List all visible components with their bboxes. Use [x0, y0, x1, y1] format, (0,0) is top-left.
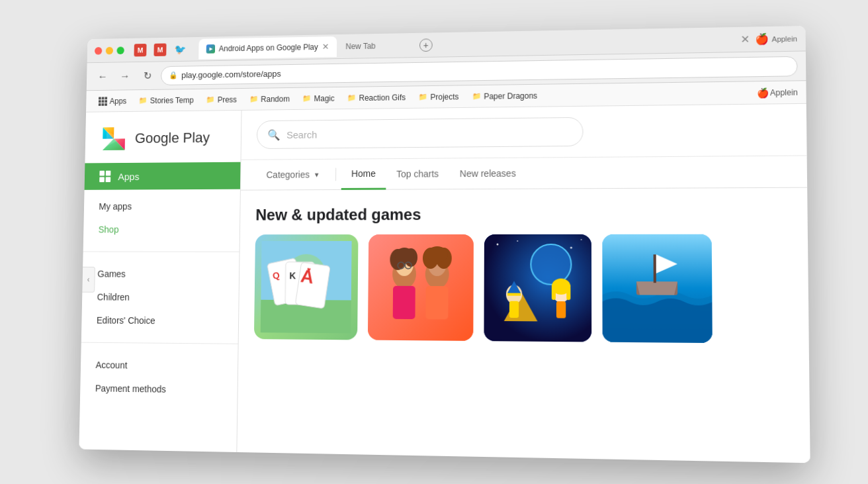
forward-button[interactable]: →	[116, 67, 134, 85]
sidebar: ‹	[79, 110, 241, 452]
bookmark-stories-label: Stories Temp	[150, 95, 194, 105]
maximize-button[interactable]	[116, 46, 124, 54]
sidebar-top-links: My apps Shop	[83, 189, 240, 246]
sidebar-item-children[interactable]: Children	[82, 285, 239, 309]
tab-top-charts[interactable]: Top charts	[386, 158, 449, 189]
folder-icon: 📁	[472, 91, 481, 100]
game-thumbnail-egypt	[484, 234, 591, 342]
twitter-icon[interactable]: 🐦	[174, 42, 187, 56]
bookmark-random[interactable]: 📁 Random	[244, 91, 294, 106]
apple-icon: 🍎	[757, 87, 769, 97]
profile-name: Applein	[772, 34, 798, 42]
page-content: ‹	[79, 103, 810, 462]
close-window-button[interactable]: ✕	[741, 32, 750, 45]
sidebar-item-shop[interactable]: Shop	[83, 217, 239, 240]
folder-icon: 📁	[206, 95, 215, 104]
categories-chevron-icon: ▼	[314, 171, 320, 178]
play-store-favicon	[206, 44, 215, 53]
browser-window: M M 🐦 Android Apps on Google Play ✕ New …	[79, 26, 810, 463]
active-tab[interactable]: Android Apps on Google Play ✕	[198, 36, 337, 59]
svg-rect-35	[509, 301, 519, 317]
section-title: New & updated games	[240, 187, 808, 234]
ocean-illustration	[602, 234, 712, 342]
sidebar-item-payment-methods[interactable]: Payment methods	[80, 376, 238, 402]
categories-button[interactable]: Categories ▼	[256, 160, 330, 189]
search-area: 🔍 Search	[241, 103, 806, 160]
sidebar-item-games[interactable]: Games	[83, 262, 239, 286]
sidebar-item-editors-choice[interactable]: Editors' Choice	[81, 308, 238, 332]
bookmark-press-label: Press	[218, 95, 237, 104]
svg-text:K: K	[289, 271, 296, 281]
sidebar-account: Account Payment methods	[80, 348, 238, 407]
tab-home-label: Home	[351, 168, 376, 179]
google-play-logo[interactable]: Google Play	[85, 110, 241, 162]
gmail-alt-icon[interactable]: M	[153, 43, 166, 56]
search-placeholder: Search	[286, 126, 572, 140]
game-thumbnail-ocean	[602, 234, 712, 342]
game-card-ocean[interactable]	[602, 234, 712, 342]
bookmark-paper-dragons[interactable]: 📁 Paper Dragons	[466, 88, 542, 103]
bookmark-magic[interactable]: 📁 Magic	[297, 91, 339, 105]
tab-separator	[335, 168, 336, 181]
sidebar-apps-nav[interactable]: Apps	[85, 162, 241, 189]
solitaire-illustration: Q K A ♥	[261, 241, 352, 333]
folder-icon: 📁	[302, 94, 312, 103]
svg-rect-40	[552, 286, 556, 299]
gmail-icon[interactable]: M	[134, 43, 146, 56]
bookmark-apps[interactable]: Apps	[93, 93, 132, 108]
new-tab-button[interactable]: +	[419, 38, 433, 51]
main-content: 🔍 Search Categories ▼ Home Top charts	[237, 103, 810, 462]
game-card-romance[interactable]	[368, 234, 474, 340]
svg-marker-44	[636, 281, 677, 295]
window-controls: ✕ 🍎 Applein	[741, 32, 798, 46]
search-box[interactable]: 🔍 Search	[257, 117, 584, 148]
back-button[interactable]: ←	[94, 67, 112, 85]
game-card-solitaire[interactable]: Q K A ♥	[254, 234, 359, 340]
bookmark-overflow[interactable]: 🍎 Applein	[757, 87, 798, 98]
tab-home[interactable]: Home	[341, 159, 386, 190]
inactive-tab-title: New Tab	[345, 41, 375, 50]
games-grid: Q K A ♥	[238, 234, 809, 360]
sidebar-divider-1	[83, 251, 239, 252]
play-logo-text: Google Play	[135, 129, 210, 146]
minimize-button[interactable]	[106, 46, 113, 54]
inactive-tab[interactable]: New Tab	[338, 34, 415, 56]
apps-grid-icon	[99, 96, 107, 105]
pinned-tabs: M M 🐦	[134, 42, 186, 56]
search-icon: 🔍	[267, 128, 280, 141]
active-tab-title: Android Apps on Google Play	[219, 42, 318, 52]
svg-rect-22	[425, 285, 448, 318]
game-card-egypt[interactable]	[484, 234, 591, 342]
tab-new-releases[interactable]: New releases	[449, 158, 527, 189]
sidebar-item-my-apps[interactable]: My apps	[84, 194, 240, 218]
apps-nav-label: Apps	[118, 170, 139, 181]
svg-rect-10	[368, 234, 474, 340]
refresh-button[interactable]: ↻	[138, 66, 156, 84]
game-thumbnail-solitaire: Q K A ♥	[254, 234, 359, 340]
folder-icon: 📁	[139, 96, 148, 105]
bookmark-projects[interactable]: 📁 Projects	[413, 89, 464, 104]
close-button[interactable]	[95, 46, 102, 54]
address-bar[interactable]: 🔒 play.google.com/store/apps	[161, 56, 798, 85]
romance-illustration	[368, 234, 474, 340]
bookmark-reaction-gifs[interactable]: 📁 Reaction Gifs	[342, 89, 411, 105]
profile-label-bookmark: Applein	[770, 87, 798, 97]
lock-icon: 🔒	[169, 71, 177, 79]
bookmark-press[interactable]: 📁 Press	[201, 92, 242, 107]
bookmark-paper-dragons-label: Paper Dragons	[484, 91, 537, 101]
bookmark-random-label: Random	[261, 94, 290, 103]
sidebar-item-account[interactable]: Account	[81, 353, 238, 378]
bookmark-reaction-label: Reaction Gifs	[359, 92, 406, 102]
folder-icon: 📁	[347, 93, 357, 102]
play-logo-icon	[100, 124, 128, 153]
sidebar-categories: Games Children Editors' Choice	[81, 257, 239, 338]
sidebar-collapse-button[interactable]: ‹	[82, 266, 95, 292]
bookmark-projects-label: Projects	[431, 91, 459, 101]
svg-rect-16	[393, 285, 415, 318]
close-tab-button[interactable]: ✕	[322, 42, 329, 52]
game-thumbnail-romance	[368, 234, 474, 340]
bookmark-stories-temp[interactable]: 📁 Stories Temp	[134, 93, 198, 107]
profile-button[interactable]: 🍎 Applein	[755, 32, 797, 45]
bookmark-magic-label: Magic	[314, 93, 335, 103]
sidebar-divider-2	[81, 342, 238, 344]
